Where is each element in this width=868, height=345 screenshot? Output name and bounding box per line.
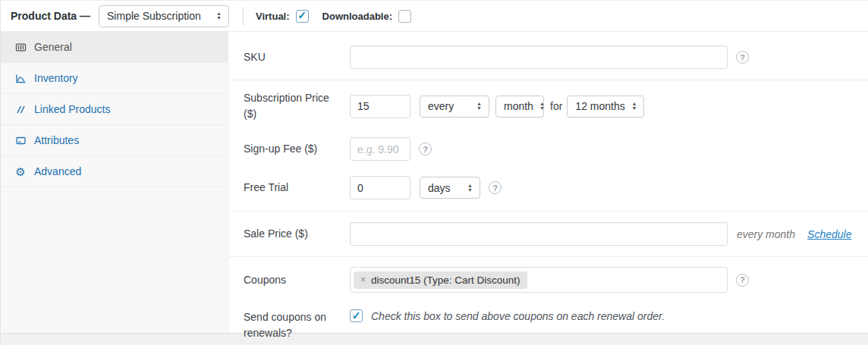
panel-header: Product Data — Simple Subscription ▲▼ Vi… bbox=[1, 1, 868, 32]
help-icon[interactable]: ? bbox=[736, 274, 749, 287]
renewal-coupons-row: Send coupons on renewals? ✓ Check this b… bbox=[228, 300, 868, 345]
tab-attributes[interactable]: Attributes bbox=[1, 125, 228, 156]
billing-period-select[interactable]: month ▲▼ bbox=[495, 96, 544, 118]
select-arrows-icon: ▲▼ bbox=[631, 102, 637, 111]
tab-linked-products[interactable]: Linked Products bbox=[1, 94, 228, 125]
check-icon: ✓ bbox=[297, 10, 307, 20]
tab-label: Inventory bbox=[34, 72, 78, 84]
header-divider bbox=[243, 7, 244, 26]
tab-general[interactable]: General bbox=[1, 32, 228, 63]
virtual-checkbox[interactable]: ✓ bbox=[296, 10, 309, 23]
select-arrows-icon: ▲▼ bbox=[476, 102, 482, 111]
virtual-group: Virtual: ✓ bbox=[256, 10, 309, 23]
check-icon: ✓ bbox=[352, 310, 361, 321]
tab-label: General bbox=[34, 41, 72, 53]
subscription-price-row: Subscription Price ($) every ▲▼ month ▲▼ bbox=[228, 80, 868, 130]
tab-advanced[interactable]: ⚙ Advanced bbox=[1, 156, 228, 187]
free-trial-input[interactable] bbox=[350, 176, 410, 199]
subscription-length-select[interactable]: 12 months ▲▼ bbox=[567, 96, 644, 118]
schedule-link[interactable]: Schedule bbox=[807, 228, 851, 240]
gear-icon: ⚙ bbox=[14, 166, 27, 177]
select-arrows-icon: ▲▼ bbox=[467, 183, 473, 193]
sku-label: SKU bbox=[244, 49, 350, 65]
select-arrows-icon: ▲▼ bbox=[539, 102, 545, 111]
for-text: for bbox=[550, 100, 562, 112]
help-icon[interactable]: ? bbox=[489, 181, 502, 194]
signup-fee-row: Sign-up Fee ($) ? bbox=[228, 130, 868, 168]
help-icon[interactable]: ? bbox=[736, 51, 749, 64]
remove-coupon-icon[interactable]: × bbox=[360, 275, 366, 284]
sale-price-label: Sale Price ($) bbox=[244, 226, 350, 242]
sku-row: SKU ? bbox=[228, 32, 868, 80]
sale-price-input[interactable] bbox=[350, 222, 728, 246]
grid-icon bbox=[14, 42, 27, 53]
sku-input[interactable] bbox=[350, 45, 728, 69]
renewal-coupons-description: Check this box to send above coupons on … bbox=[371, 310, 665, 322]
free-trial-label: Free Trial bbox=[244, 180, 350, 196]
coupons-label: Coupons bbox=[244, 272, 350, 288]
subscription-price-label: Subscription Price ($) bbox=[244, 90, 350, 122]
downloadable-checkbox[interactable]: ✓ bbox=[398, 10, 411, 23]
sale-price-period-note: every month bbox=[737, 228, 795, 240]
billing-interval-select[interactable]: every ▲▼ bbox=[420, 96, 489, 118]
renewal-coupons-checkbox[interactable]: ✓ bbox=[350, 309, 363, 322]
select-arrows-icon: ▲▼ bbox=[216, 11, 222, 20]
list-icon bbox=[14, 135, 27, 146]
signup-fee-input[interactable] bbox=[350, 137, 410, 161]
signup-fee-label: Sign-up Fee ($) bbox=[244, 141, 350, 157]
product-data-tabs: General Inventory Linked bbox=[1, 32, 228, 333]
renewal-coupons-label: Send coupons on renewals? bbox=[244, 309, 350, 341]
tab-label: Linked Products bbox=[34, 103, 110, 115]
product-type-select[interactable]: Simple Subscription ▲▼ bbox=[99, 5, 229, 27]
subscription-price-input[interactable] bbox=[350, 95, 410, 118]
link-icon bbox=[14, 104, 27, 115]
chart-area-icon bbox=[14, 73, 27, 84]
tab-label: Advanced bbox=[34, 165, 81, 177]
coupons-multiselect[interactable]: × discount15 (Type: Cart Discount) bbox=[350, 267, 728, 293]
downloadable-group: Downloadable: ✓ bbox=[322, 10, 411, 23]
panel-body: General Inventory Linked bbox=[1, 32, 868, 333]
help-icon[interactable]: ? bbox=[419, 143, 432, 155]
trial-period-select[interactable]: days ▲▼ bbox=[420, 177, 480, 199]
virtual-label: Virtual: bbox=[256, 11, 290, 22]
tab-inventory[interactable]: Inventory bbox=[1, 63, 228, 94]
general-tab-content: SKU ? Subscription Price ($) every ▲▼ bbox=[228, 32, 868, 333]
product-type-value: Simple Subscription bbox=[107, 10, 201, 22]
downloadable-label: Downloadable: bbox=[322, 11, 392, 22]
product-data-panel: Product Data — Simple Subscription ▲▼ Vi… bbox=[0, 0, 868, 345]
tab-label: Attributes bbox=[34, 134, 79, 146]
coupon-tag: × discount15 (Type: Cart Discount) bbox=[354, 271, 527, 289]
sale-price-row: Sale Price ($) every month Schedule bbox=[228, 212, 868, 257]
coupons-row: Coupons × discount15 (Type: Cart Discoun… bbox=[228, 257, 868, 300]
coupon-tag-label: discount15 (Type: Cart Discount) bbox=[371, 274, 520, 286]
free-trial-row: Free Trial days ▲▼ ? bbox=[228, 168, 868, 212]
panel-title: Product Data — bbox=[11, 10, 90, 22]
